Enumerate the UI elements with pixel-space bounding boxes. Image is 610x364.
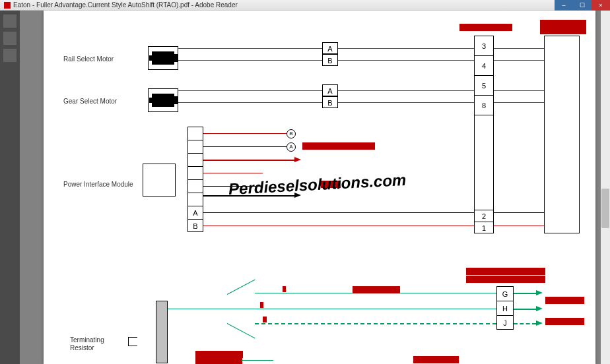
wire-j-out: [514, 323, 536, 324]
arrow-j: [536, 320, 543, 326]
maximize-button[interactable]: ☐: [573, 0, 592, 11]
pin-g: G: [497, 287, 513, 301]
pim-term-a: A: [188, 206, 203, 220]
node-a: A: [287, 142, 296, 152]
gear-select-motor: [148, 88, 178, 112]
wire-gear-b-left: [178, 102, 322, 103]
wire-pim-a-black: [203, 212, 474, 213]
reader-sidebar: [0, 11, 20, 364]
pin-8: 8: [475, 96, 493, 115]
wire-rail-a-right: [494, 48, 544, 49]
window-title: Eaton - Fuller Advantage.Current Style A…: [13, 1, 238, 9]
wire-gear-a-right: [494, 90, 544, 91]
wire-g-out: [514, 293, 536, 294]
window-controls: – ☐ ×: [555, 0, 610, 11]
to-ecm-label: To Engine ECM: [413, 356, 459, 363]
bus-branch-c-diag: [227, 323, 255, 338]
see-page-b: (See Page 3): [545, 318, 584, 325]
gear-select-label: Gear Select Motor: [63, 98, 117, 105]
pin-4: 4: [475, 56, 493, 76]
eight-pin-connector: 3 4 5 8 2 1: [474, 36, 494, 233]
pim-terminal-strip: A B: [187, 127, 203, 232]
wire-gear-b-mid: [338, 102, 474, 103]
pin-1: 1: [475, 222, 493, 234]
wire-gear-a-mid: [338, 90, 474, 91]
wire-pim-blk1: [203, 146, 287, 147]
wire-rail-b-left: [178, 60, 322, 61]
pim-term-b: B: [188, 220, 203, 233]
rail-term-a: A: [322, 42, 338, 54]
tih-connector: G H J: [496, 286, 514, 330]
connector-header: 8-Pin Connector: [459, 24, 512, 31]
wire-pim-b-red: [203, 226, 474, 226]
continued-label: (Continued from Page 1): [302, 142, 375, 150]
wire-rail-b-right: [494, 60, 544, 61]
pim-box: [143, 164, 176, 197]
pin-3: 3: [475, 36, 493, 56]
rail-term-b: B: [322, 54, 338, 66]
watermark: Perdieselsolutions.com: [228, 171, 407, 198]
motor-icon: [152, 51, 174, 65]
wire-pim-red2: [203, 173, 263, 173]
wire-rail-a-left: [178, 48, 322, 49]
bus-c-dash: [255, 323, 496, 324]
pin-2: 2: [475, 210, 493, 222]
bus-b-letter: B: [260, 302, 263, 308]
termres-label2: Resistor: [70, 344, 94, 351]
wire-pim-red1: [203, 133, 287, 134]
bus-branch-a-diag: [227, 280, 255, 295]
ecm-stub: [242, 360, 273, 361]
pim-label: Power Interface Module: [63, 181, 133, 188]
arrow-h: [536, 306, 543, 311]
rail-select-label: Rail Select Motor: [63, 55, 114, 63]
scroll-thumb[interactable]: [601, 189, 609, 228]
tih-label1: Transmission Interface: [466, 268, 545, 275]
bus-b: [227, 309, 496, 309]
wire-rail-b-mid: [338, 60, 474, 61]
resistor-bracket: [128, 337, 137, 346]
arrow-g: [536, 290, 543, 295]
rail-select-motor: [148, 46, 178, 70]
j1939b-label2: (OEM Supplied): [195, 357, 242, 364]
wire-gear-a-left: [178, 90, 322, 91]
window-titlebar: Eaton - Fuller Advantage.Current Style A…: [0, 0, 610, 11]
close-button[interactable]: ×: [592, 0, 610, 11]
pin-blank: [475, 115, 493, 210]
wiring-diagram: 8-Pin Connector Transmission Controller …: [44, 11, 595, 364]
gear-term-b: B: [322, 96, 338, 108]
pin-h: H: [497, 301, 513, 316]
pdf-icon: [4, 2, 11, 9]
bookmarks-icon[interactable]: [3, 32, 17, 45]
bus-stem: [168, 309, 227, 309]
bus-c-letter: C: [263, 317, 267, 322]
document-page: 8-Pin Connector Transmission Controller …: [44, 11, 595, 364]
wire-pim-red-arrow: [203, 160, 294, 161]
termres-label1: Terminating: [70, 336, 104, 344]
tih-label2: Harness (OEM Supplied): [466, 276, 545, 283]
gear-term-a: A: [322, 84, 338, 96]
attachments-icon[interactable]: [3, 49, 17, 62]
bus-a-letter: A: [283, 286, 286, 292]
wire-pim-a-black-r: [494, 212, 544, 213]
transmission-controller-box: [544, 36, 580, 233]
wire-h-out: [514, 309, 536, 310]
see-page-a: (See Page 3): [545, 297, 584, 304]
wire-pim-b-red-r: [494, 226, 544, 226]
minimize-button[interactable]: –: [555, 0, 573, 11]
node-b: B: [287, 129, 296, 138]
page-thumbnails-icon[interactable]: [3, 15, 17, 28]
pin-5: 5: [475, 76, 493, 96]
page-viewport: 8-Pin Connector Transmission Controller …: [20, 11, 601, 364]
vertical-scrollbar[interactable]: [601, 11, 610, 364]
wire-gear-b-right: [494, 102, 544, 103]
wire-rail-a-mid: [338, 48, 474, 49]
pin-j: J: [497, 316, 513, 330]
terminating-resistor: [156, 301, 168, 363]
arrow-red: [294, 157, 301, 162]
motor-icon: [152, 94, 174, 107]
controller-header: Transmission Controller: [540, 20, 586, 34]
j1939-label: J1939 Data Link: [353, 286, 400, 293]
